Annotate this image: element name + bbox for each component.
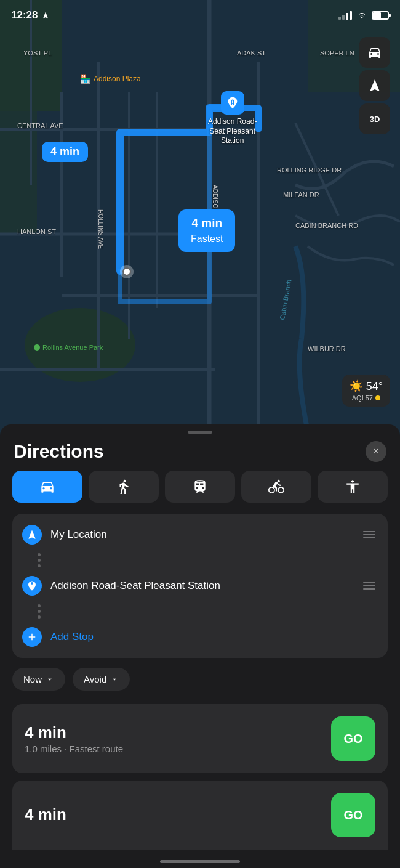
transit-station-icon bbox=[226, 96, 239, 110]
add-stop-icon bbox=[22, 627, 42, 647]
route-connector-2 bbox=[12, 604, 388, 619]
tab-car[interactable] bbox=[12, 471, 82, 503]
route-card-2[interactable]: 4 min GO bbox=[12, 781, 388, 850]
destination-row[interactable]: Addison Road-Seat Pleasant Station bbox=[12, 567, 388, 604]
weather-temp: ☀️ 54° bbox=[350, 379, 383, 393]
chevron-down-icon-now bbox=[46, 675, 54, 684]
status-bar: 12:28 bbox=[0, 0, 400, 31]
origin-row[interactable]: My Location bbox=[12, 516, 388, 553]
status-icons bbox=[338, 11, 389, 20]
wifi-icon bbox=[356, 11, 367, 20]
tab-bike[interactable] bbox=[241, 471, 311, 503]
origin-drag-handle[interactable] bbox=[361, 529, 378, 541]
street-milfan: MILFAN DR bbox=[283, 191, 319, 198]
route-card-1[interactable]: 4 min 1.0 miles · Fastest route GO bbox=[12, 704, 388, 773]
station-name-map: Addison Road-Seat PleasantStation bbox=[208, 117, 257, 146]
route-info-1: 4 min 1.0 miles · Fastest route bbox=[25, 723, 331, 754]
navigation-icon bbox=[26, 529, 38, 540]
compass-icon bbox=[367, 78, 382, 93]
add-stop-row[interactable]: Add Stop bbox=[12, 619, 388, 655]
directions-sheet: Directions × My bbox=[0, 424, 400, 868]
tab-transit[interactable] bbox=[165, 471, 235, 503]
street-wilbur: WILBUR DR bbox=[308, 345, 346, 352]
destination-text: Addison Road-Seat Pleasant Station bbox=[50, 580, 361, 592]
origin-text: My Location bbox=[50, 529, 361, 541]
weather-aqi: AQI 57 bbox=[352, 394, 380, 402]
station-marker: Addison Road-Seat PleasantStation bbox=[208, 91, 257, 146]
route-duration-1: 4 min bbox=[25, 723, 331, 742]
street-cabin-branch: CABIN BRANCH RD bbox=[295, 222, 358, 229]
add-stop-text: Add Stop bbox=[50, 631, 378, 643]
fastest-route-label: 4 minFastest bbox=[178, 209, 235, 252]
street-hanlon: HANLON ST bbox=[17, 228, 56, 235]
street-rollins-ave: ROLLINS AVE bbox=[97, 209, 104, 249]
route-detail-1: 1.0 miles · Fastest route bbox=[25, 744, 331, 754]
current-location-dot bbox=[120, 265, 134, 278]
home-indicator bbox=[160, 860, 240, 863]
go-button-1[interactable]: GO bbox=[331, 716, 375, 761]
now-option[interactable]: Now bbox=[12, 668, 65, 691]
tab-walk[interactable] bbox=[89, 471, 159, 503]
clock-label: 12:28 bbox=[11, 9, 38, 22]
signal-icon bbox=[338, 11, 352, 20]
weather-widget[interactable]: ☀️ 54° AQI 57 bbox=[342, 375, 390, 407]
plus-icon bbox=[26, 631, 38, 643]
3d-button[interactable]: 3D bbox=[359, 103, 390, 134]
sheet-title: Directions bbox=[14, 441, 104, 462]
sheet-handle-row bbox=[0, 424, 400, 436]
location-arrow-icon bbox=[41, 11, 50, 20]
route-info-2: 4 min bbox=[25, 805, 331, 824]
route-inputs: My Location Addison Road-Seat Pleasant S… bbox=[12, 514, 388, 658]
chevron-down-icon-avoid bbox=[110, 675, 119, 684]
street-soper: SOPER LN bbox=[320, 49, 354, 57]
street-central-ave: CENTRAL AVE bbox=[17, 122, 63, 129]
route-time-map-label: 4 min bbox=[42, 142, 88, 162]
park-label: Rollins Avenue Park bbox=[34, 344, 103, 351]
battery-icon bbox=[372, 11, 389, 20]
map-view[interactable]: Cabin Branch 12:28 3D bbox=[0, 0, 400, 444]
plaza-label: 🏪 Addison Plaza bbox=[80, 74, 141, 84]
car-tab-icon bbox=[39, 479, 55, 495]
destination-icon bbox=[22, 576, 42, 596]
street-yost: YOST PL bbox=[23, 49, 52, 57]
accessibility-tab-icon bbox=[345, 479, 361, 495]
origin-icon bbox=[22, 525, 42, 545]
sheet-header: Directions × bbox=[0, 436, 400, 471]
transit-tab-icon bbox=[192, 479, 208, 495]
map-controls: 3D bbox=[359, 37, 390, 134]
station-icon bbox=[26, 580, 38, 591]
transport-tabs bbox=[0, 471, 400, 514]
status-time: 12:28 bbox=[11, 9, 50, 22]
street-rolling-ridge: ROLLING RIDGE DR bbox=[277, 166, 342, 174]
avoid-option[interactable]: Avoid bbox=[73, 668, 130, 691]
car-icon bbox=[367, 45, 382, 60]
aqi-indicator bbox=[375, 395, 380, 400]
street-adak: ADAK ST bbox=[237, 49, 266, 57]
go-button-2[interactable]: GO bbox=[331, 793, 375, 837]
route-duration-2: 4 min bbox=[25, 805, 331, 824]
walk-tab-icon bbox=[116, 479, 132, 495]
sheet-handle bbox=[188, 431, 212, 434]
tab-accessibility[interactable] bbox=[318, 471, 388, 503]
destination-drag-handle[interactable] bbox=[361, 580, 378, 592]
bike-tab-icon bbox=[268, 479, 284, 495]
close-button[interactable]: × bbox=[366, 441, 386, 462]
options-row: Now Avoid bbox=[0, 668, 400, 704]
route-connector bbox=[12, 553, 388, 567]
navigate-button[interactable] bbox=[359, 70, 390, 101]
car-mode-button[interactable] bbox=[359, 37, 390, 68]
